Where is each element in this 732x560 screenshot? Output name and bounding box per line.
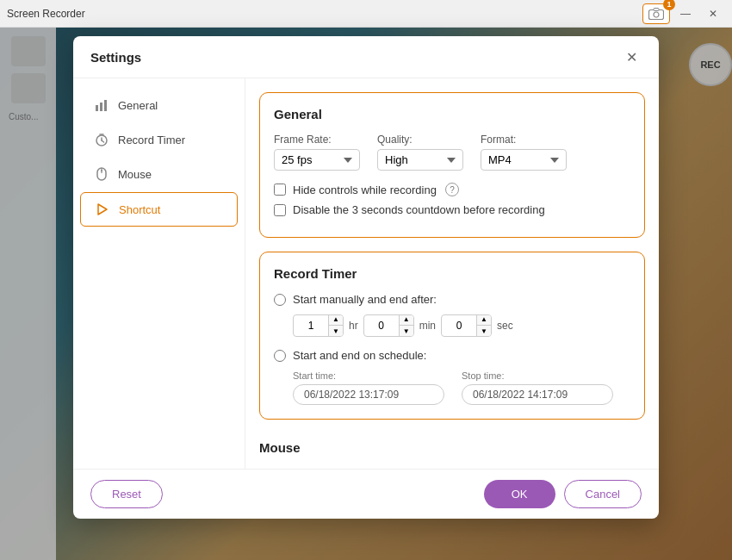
sidebar-label-record-timer: Record Timer <box>118 134 185 146</box>
svg-rect-2 <box>654 8 659 10</box>
dialog-close-button[interactable]: ✕ <box>621 47 642 67</box>
ok-button[interactable]: OK <box>484 480 555 508</box>
minutes-spin: ▲ ▼ <box>399 314 413 337</box>
frame-rate-select[interactable]: 15 fps 20 fps 25 fps 30 fps 60 fps <box>274 149 360 171</box>
schedule-time-row: Start time: Stop time: <box>293 370 630 405</box>
frame-rate-label: Frame Rate: <box>274 134 360 146</box>
quality-select[interactable]: Low Medium High <box>377 149 463 171</box>
sidebar-label-mouse: Mouse <box>118 168 152 181</box>
schedule-radio-row: Start and end on schedule: <box>274 349 630 362</box>
minimize-button[interactable]: — <box>673 5 698 22</box>
stop-time-input[interactable] <box>462 384 613 405</box>
quality-label: Quality: <box>377 134 463 146</box>
hours-up-button[interactable]: ▲ <box>329 314 343 326</box>
footer-right-buttons: OK Cancel <box>484 480 642 508</box>
hide-controls-checkbox[interactable] <box>274 184 286 196</box>
manual-radio-row: Start manually and end after: <box>274 293 630 306</box>
modal-overlay: Settings ✕ General <box>0 28 732 560</box>
manual-radio[interactable] <box>274 294 286 306</box>
settings-dialog: Settings ✕ General <box>73 36 659 519</box>
format-group: Format: MP4 MOV AVI GIF <box>481 134 567 171</box>
sec-unit: sec <box>497 320 513 332</box>
hide-controls-label[interactable]: Hide controls while recording <box>293 184 437 196</box>
sidebar-label-general: General <box>118 99 158 112</box>
sidebar-item-general[interactable]: General <box>80 89 238 121</box>
schedule-radio[interactable] <box>274 350 286 362</box>
hr-unit: hr <box>349 320 358 332</box>
sidebar-item-shortcut[interactable]: Shortcut <box>80 192 238 227</box>
svg-point-12 <box>101 170 102 171</box>
general-section-card: General Frame Rate: 15 fps 20 fps 25 fps… <box>259 92 645 238</box>
sidebar: General Record Timer <box>73 78 245 469</box>
start-time-input[interactable] <box>293 384 444 405</box>
svg-rect-4 <box>100 103 102 111</box>
countdown-row: Disable the 3 seconds countdown before r… <box>274 203 630 216</box>
mouse-icon <box>94 166 109 182</box>
start-time-label: Start time: <box>293 370 444 381</box>
cancel-button[interactable]: Cancel <box>564 480 642 508</box>
min-unit: min <box>419 320 436 332</box>
record-timer-section-card: Record Timer Start manually and end afte… <box>259 252 645 420</box>
bar-chart-icon <box>94 97 109 113</box>
hide-controls-row: Hide controls while recording ? <box>274 183 630 196</box>
hours-spin: ▲ ▼ <box>328 314 343 337</box>
svg-rect-3 <box>96 105 98 111</box>
dialog-header: Settings ✕ <box>73 36 659 78</box>
minutes-up-button[interactable]: ▲ <box>400 314 413 326</box>
camera-badge-wrapper: 1 <box>642 3 670 24</box>
hours-down-button[interactable]: ▼ <box>329 326 343 337</box>
dialog-body: General Record Timer <box>73 78 659 469</box>
quality-group: Quality: Low Medium High <box>377 134 463 171</box>
seconds-input[interactable] <box>442 318 476 333</box>
close-app-button[interactable]: ✕ <box>701 5 725 22</box>
sidebar-label-shortcut: Shortcut <box>119 203 160 216</box>
countdown-label[interactable]: Disable the 3 seconds countdown before r… <box>293 203 545 216</box>
reset-button[interactable]: Reset <box>90 480 163 508</box>
frame-rate-group: Frame Rate: 15 fps 20 fps 25 fps 30 fps … <box>274 134 360 171</box>
format-select[interactable]: MP4 MOV AVI GIF <box>481 149 567 171</box>
timer-inputs: ▲ ▼ hr ▲ ▼ min <box>293 314 630 337</box>
clock-icon <box>94 132 109 147</box>
dialog-title: Settings <box>90 50 141 65</box>
stop-time-group: Stop time: <box>462 370 613 405</box>
hours-input[interactable] <box>294 318 328 333</box>
seconds-input-group: ▲ ▼ <box>441 314 492 337</box>
stop-time-label: Stop time: <box>462 370 613 381</box>
svg-marker-13 <box>98 204 107 215</box>
start-time-group: Start time: <box>293 370 444 405</box>
sidebar-item-record-timer[interactable]: Record Timer <box>80 123 238 156</box>
countdown-checkbox[interactable] <box>274 204 286 216</box>
manual-label[interactable]: Start manually and end after: <box>293 293 437 306</box>
notification-badge: 1 <box>663 0 675 10</box>
seconds-spin: ▲ ▼ <box>476 314 491 337</box>
svg-point-1 <box>654 12 659 17</box>
schedule-label[interactable]: Start and end on schedule: <box>293 349 426 362</box>
app-title: Screen Recorder <box>7 8 85 20</box>
content-area: General Frame Rate: 15 fps 20 fps 25 fps… <box>245 78 659 469</box>
dialog-footer: Reset OK Cancel <box>73 469 659 519</box>
format-label: Format: <box>481 134 567 146</box>
seconds-down-button[interactable]: ▼ <box>477 326 491 337</box>
sidebar-item-mouse[interactable]: Mouse <box>80 158 238 190</box>
title-bar: Screen Recorder 1 — ✕ <box>0 0 732 28</box>
record-timer-section-title: Record Timer <box>274 266 630 281</box>
help-icon[interactable]: ? <box>445 183 459 196</box>
hours-input-group: ▲ ▼ <box>293 314 344 337</box>
general-section-title: General <box>274 107 630 121</box>
svg-rect-5 <box>104 100 107 111</box>
minutes-input[interactable] <box>364 318 399 333</box>
seconds-up-button[interactable]: ▲ <box>477 314 491 326</box>
settings-row: Frame Rate: 15 fps 20 fps 25 fps 30 fps … <box>274 134 630 171</box>
minutes-down-button[interactable]: ▼ <box>400 326 413 337</box>
minutes-input-group: ▲ ▼ <box>363 314 414 337</box>
svg-line-8 <box>102 140 104 142</box>
shortcut-icon <box>95 202 110 217</box>
mouse-section-title: Mouse <box>259 433 645 455</box>
